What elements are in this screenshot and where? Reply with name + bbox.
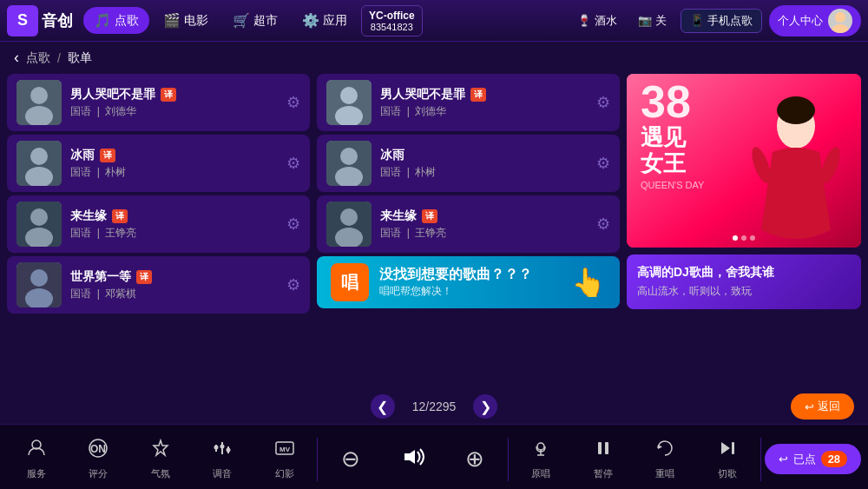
settings-icon-r3[interactable]: ⚙ [596,215,610,234]
song-title-1: 男人哭吧不是罪 译 [70,87,278,102]
volume-icon [401,445,425,474]
song-title-2: 冰雨 译 [70,148,278,163]
nav-dian-ying[interactable]: 🎬 电影 [153,7,219,34]
song-title-r3: 来生缘 译 [380,208,588,224]
queue-icon: ↩ [779,453,788,466]
svg-point-16 [340,87,358,104]
huan-ying-label: 幻影 [275,467,294,480]
hand-icon: 👆 [571,266,606,299]
banner-image[interactable]: 38 遇见 女王 QUEEN'S DAY [627,74,861,248]
ad-icon: 唱 [331,263,369,301]
chong-chang-label: 重唱 [655,467,674,480]
song-meta-4: 国语 | 邓紫棋 [70,287,278,301]
nav-jiu-shui[interactable]: 🍷 酒水 [570,10,624,32]
svg-point-1 [832,24,849,33]
original-vocal-icon [530,438,551,464]
song-info-r2: 冰雨 国语 | 朴树 [380,148,588,180]
dot-3 [750,235,755,241]
queue-count: 28 [821,451,847,467]
song-tag-3: 译 [112,209,128,223]
phone-order-button[interactable]: 📱 手机点歌 [681,9,762,33]
app-logo: S 音创 [7,5,73,36]
bottom-volume[interactable] [384,438,442,481]
nav-ying-yong-label: 应用 [323,13,347,29]
next-page-button[interactable]: ❯ [473,394,497,419]
bottom-tiao-yin[interactable]: 调音 [193,431,251,487]
song-item-right-3[interactable]: 来生缘 译 国语 | 王铮亮 ⚙ [317,195,620,253]
svg-marker-45 [404,450,415,464]
song-item-left-2[interactable]: 冰雨 译 国语 | 朴树 ⚙ [7,135,310,192]
guan-label: 关 [655,13,667,29]
svg-marker-36 [154,440,168,455]
song-list-left: 男人哭吧不是罪 译 国语 | 刘德华 ⚙ [7,74,310,389]
bottom-chong-chang[interactable]: 重唱 [636,431,694,487]
divider-2 [508,438,509,481]
bottom-qie-ge[interactable]: 切歌 [698,431,756,487]
nav-guan[interactable]: 📷 关 [631,10,674,32]
return-button[interactable]: ↩ 返回 [791,393,854,420]
promo-banner[interactable]: 高调的DJ歌曲，舍我其谁 高山流水，听则以，致玩 [627,254,861,309]
svg-text:ON: ON [90,443,106,455]
song-item-right-1[interactable]: 男人哭吧不是罪 译 国语 | 刘德华 ⚙ [317,74,620,131]
bottom-huan-ying[interactable]: MV 幻影 [255,431,313,487]
prev-page-button[interactable]: ❮ [371,394,395,419]
yuan-chang-label: 原唱 [531,467,550,480]
bottom-fu-wu[interactable]: 服务 [7,431,65,487]
breadcrumb-sep: / [57,51,61,65]
apps-icon: ⚙️ [302,12,319,29]
queue-button[interactable]: ↩ 已点 28 [765,444,861,474]
song-item-left-3[interactable]: 来生缘 译 国语 | 王铮亮 ⚙ [7,195,310,253]
bottom-zan-ting[interactable]: 暂停 [574,431,632,487]
return-label: 返回 [818,399,840,414]
divider-3 [760,438,761,481]
svg-point-13 [30,269,48,287]
bottom-yuan-chang[interactable]: 原唱 [512,431,570,487]
breadcrumb-ge-dan[interactable]: 歌单 [68,50,92,66]
settings-icon-3[interactable]: ⚙ [286,215,300,234]
settings-icon-1[interactable]: ⚙ [286,93,300,112]
song-tag-4: 译 [136,270,152,284]
bottom-ping-fen[interactable]: ON 评分 [69,431,127,487]
wifi-name: YC-office [369,10,415,22]
song-item-left-1[interactable]: 男人哭吧不是罪 译 国语 | 刘德华 ⚙ [7,74,310,131]
svg-text:QUEEN'S DAY: QUEEN'S DAY [641,180,705,190]
song-item-right-2[interactable]: 冰雨 国语 | 朴树 ⚙ [317,135,620,192]
svg-rect-48 [598,442,602,454]
settings-icon-r2[interactable]: ⚙ [596,154,610,173]
svg-rect-49 [605,442,608,454]
song-info-r3: 来生缘 译 国语 | 王铮亮 [380,208,588,241]
song-thumbnail-4 [16,262,62,307]
bottom-minus[interactable]: ⊖ [321,439,379,479]
bottom-qi-fen[interactable]: 气氛 [131,431,189,487]
zan-ting-label: 暂停 [594,467,613,480]
ad-title: 没找到想要的歌曲？？？ [379,266,561,284]
mic-icon: 🎵 [94,12,111,29]
promo-title: 高调的DJ歌曲，舍我其谁 [637,265,851,281]
nav-chao-shi[interactable]: 🛒 超市 [222,7,288,34]
svg-text:遇见: 遇见 [641,124,687,150]
svg-point-7 [30,148,48,165]
nav-dian-ge[interactable]: 🎵 点歌 [83,7,149,34]
return-icon: ↩ [805,400,814,413]
song-info-3: 来生缘 译 国语 | 王铮亮 [70,208,278,241]
personal-center-button[interactable]: 个人中心 [769,5,861,36]
skip-icon [717,438,738,464]
bottom-plus[interactable]: ⊕ [445,439,503,479]
dot-2 [741,235,746,241]
ad-banner[interactable]: 唱 没找到想要的歌曲？？？ 唱吧帮您解决！ 👆 [317,256,620,308]
settings-icon-r1[interactable]: ⚙ [596,93,610,112]
settings-icon-4[interactable]: ⚙ [286,275,300,294]
svg-point-46 [537,443,544,450]
settings-icon-2[interactable]: ⚙ [286,154,300,173]
back-button[interactable]: ‹ [14,49,19,67]
svg-rect-52 [732,442,734,454]
main-content: 男人哭吧不是罪 译 国语 | 刘德华 ⚙ [0,74,868,389]
nav-ying-yong[interactable]: ⚙️ 应用 [292,7,358,34]
tiao-yin-label: 调音 [213,467,232,480]
svg-point-19 [340,148,358,165]
song-item-left-4[interactable]: 世界第一等 译 国语 | 邓紫棋 ⚙ [7,256,310,314]
song-meta-r2: 国语 | 朴树 [380,165,588,180]
logo-icon: S [7,5,38,36]
breadcrumb-dian-ge[interactable]: 点歌 [26,50,50,66]
minus-icon: ⊖ [341,446,360,472]
